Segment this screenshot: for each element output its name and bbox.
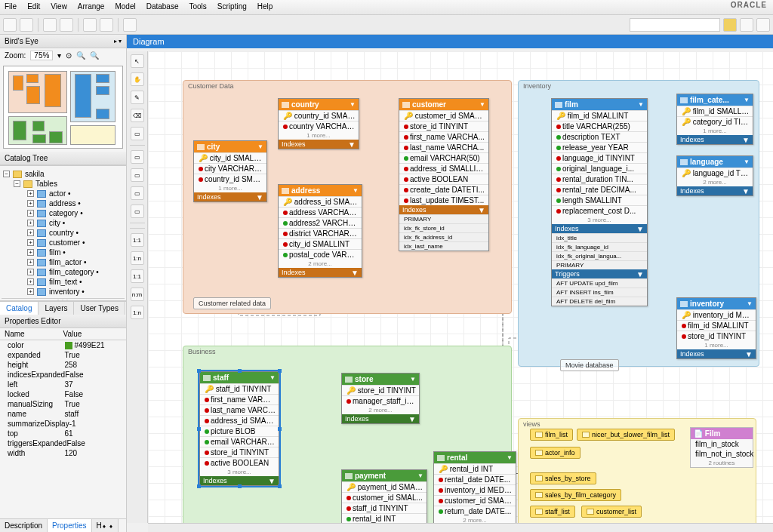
tree-item[interactable]: +film_actor •	[2, 257, 125, 267]
vtool-btn[interactable]: ↖	[131, 54, 144, 68]
tree-item[interactable]: +film_text •	[2, 277, 125, 287]
toolbar-btn-4[interactable]	[60, 18, 73, 32]
horizontal-scrollbar[interactable]	[148, 523, 773, 532]
selection-handle[interactable]	[238, 484, 242, 488]
vtool-btn[interactable]: ✋	[131, 72, 144, 86]
vtool-btn[interactable]: 1:1	[131, 233, 144, 247]
toolbar-btn-s3[interactable]	[756, 18, 770, 32]
zoom-in-icon[interactable]: 🔍	[76, 51, 85, 60]
selection-handle[interactable]	[197, 369, 201, 373]
toolbar-btn-5[interactable]	[83, 18, 97, 32]
vtool-btn[interactable]: ▭	[131, 127, 144, 140]
tree-item[interactable]: +inventory •	[2, 287, 125, 297]
tree-item[interactable]: +customer •	[2, 238, 125, 248]
vtool-btn[interactable]: ▭	[131, 150, 144, 164]
property-row[interactable]: summarizeDisplay-1	[0, 419, 126, 429]
property-row[interactable]: width120	[0, 448, 126, 458]
tree-item[interactable]: +actor •	[2, 189, 125, 198]
vtool-btn[interactable]: ▭	[131, 186, 144, 200]
tab-catalog[interactable]: Catalog	[0, 302, 38, 315]
zoom-value[interactable]: 75%	[30, 51, 53, 60]
btab-history[interactable]: H⬧ ⬧	[92, 519, 119, 532]
table-language[interactable]: language▼🔑 language_id TINY...2 more...I…	[676, 155, 753, 196]
table-rental[interactable]: rental▼🔑 rental_id INTrental_date DATE..…	[433, 451, 516, 523]
tab-layers[interactable]: Layers	[38, 302, 74, 315]
selection-handle[interactable]	[238, 369, 242, 373]
toolbar-btn-7[interactable]	[123, 18, 137, 32]
btab-properties[interactable]: Properties	[48, 519, 92, 532]
tree-item[interactable]: +address •	[2, 198, 125, 208]
property-row[interactable]: height258	[0, 360, 126, 370]
tree-item[interactable]: +city •	[2, 218, 125, 228]
zoom-dropdown-icon[interactable]: ▾	[57, 51, 61, 60]
menu-arrange[interactable]: Arrange	[78, 2, 105, 12]
btab-description[interactable]: Description	[0, 519, 48, 532]
table-country[interactable]: country▼🔑 country_id SMALLINTcountry VAR…	[278, 98, 359, 149]
menu-scripting[interactable]: Scripting	[217, 2, 247, 12]
tree-root[interactable]: −sakila	[2, 169, 125, 179]
property-row[interactable]: lockedFalse	[0, 389, 126, 399]
search-input[interactable]	[630, 18, 720, 32]
table-payment[interactable]: payment▼🔑 payment_id SMAL...customer_id …	[341, 469, 427, 523]
toolbar-btn-2[interactable]	[20, 18, 33, 32]
table-store[interactable]: store▼🔑 store_id TINYINTmanager_staff_id…	[341, 373, 420, 424]
tree-tables[interactable]: −Tables	[2, 179, 125, 189]
vtool-btn[interactable]: 1:n	[131, 306, 144, 319]
menu-tools[interactable]: Tools	[189, 2, 207, 12]
property-row[interactable]: top61	[0, 429, 126, 438]
diagram-canvas[interactable]: ⊢⊢⊢⊢⊢⊢⊢⊢⊢⊢⊢⊢⊢⊢⊢⊢ Customer DataCustomer r…	[148, 51, 773, 523]
tree-item[interactable]: +country •	[2, 228, 125, 238]
vtool-btn[interactable]: ▭	[131, 168, 144, 182]
tree-item[interactable]: +category •	[2, 208, 125, 218]
property-row[interactable]: namestaff	[0, 409, 126, 419]
menu-file[interactable]: File	[5, 2, 17, 12]
vtool-btn[interactable]: ⌫	[131, 109, 144, 122]
view-box[interactable]: sales_by_store	[530, 472, 596, 484]
catalog-tree[interactable]: −sakila −Tables +actor •+address •+categ…	[0, 165, 126, 301]
vtool-btn[interactable]: 1:1	[131, 269, 144, 283]
view-box[interactable]: actor_info	[530, 447, 581, 459]
menu-database[interactable]: Database	[146, 2, 179, 12]
toolbar-btn-1[interactable]	[3, 18, 17, 32]
selection-handle[interactable]	[278, 369, 282, 373]
view-box[interactable]: film_list	[530, 429, 573, 441]
tree-item[interactable]: +film •	[2, 248, 125, 257]
view-box[interactable]: sales_by_film_category	[530, 489, 621, 501]
menu-help[interactable]: Help	[257, 2, 273, 12]
region-caption[interactable]: Customer related data	[193, 297, 271, 309]
toolbar-btn-s2[interactable]	[740, 18, 753, 32]
toolbar-btn-3[interactable]	[43, 18, 57, 32]
property-row[interactable]: expandedTrue	[0, 350, 126, 360]
zoom-fit-icon[interactable]: ⊙	[66, 51, 72, 60]
table-staff[interactable]: staff▼🔑 staff_id TINYINTfirst_name VARCH…	[199, 371, 279, 486]
property-row[interactable]: triggersExpandedFalse	[0, 438, 126, 448]
routine-group[interactable]: 📄 Filmfilm_in_stockfilm_not_in_stock2 ro…	[690, 427, 753, 468]
table-film_category[interactable]: film_cate...▼🔑 film_id SMALLINT🔑 categor…	[676, 94, 753, 145]
selection-handle[interactable]	[197, 427, 201, 431]
selection-handle[interactable]	[278, 484, 282, 488]
view-box[interactable]: nicer_but_slower_film_list	[577, 429, 675, 441]
property-row[interactable]: left37	[0, 380, 126, 389]
view-box[interactable]: customer_list	[581, 506, 642, 518]
view-box[interactable]: staff_list	[530, 506, 575, 518]
property-row[interactable]: indicesExpandedFalse	[0, 370, 126, 380]
region-caption[interactable]: Movie database	[560, 359, 619, 371]
birds-eye-minimap[interactable]	[3, 66, 123, 149]
menu-edit[interactable]: Edit	[27, 2, 40, 12]
selection-handle[interactable]	[278, 427, 282, 431]
panel-chevron-icon[interactable]: ▸ ▾	[114, 38, 122, 45]
selection-handle[interactable]	[197, 484, 201, 488]
table-customer[interactable]: customer▼🔑 customer_id SMALLI...store_id…	[399, 98, 489, 251]
vtool-btn[interactable]: n:m	[131, 288, 144, 301]
menu-model[interactable]: Model	[115, 2, 135, 12]
vtool-btn[interactable]: ▭	[131, 204, 144, 218]
tab-user-types[interactable]: User Types	[74, 302, 125, 315]
table-film[interactable]: film▼🔑 film_id SMALLINTtitle VARCHAR(255…	[551, 98, 648, 306]
table-inventory[interactable]: inventory▼🔑 inventory_id MEDI...film_id …	[676, 297, 756, 359]
vtool-btn[interactable]: ✎	[131, 91, 144, 104]
property-row[interactable]: manualSizingTrue	[0, 399, 126, 409]
search-icon[interactable]	[723, 18, 737, 32]
property-row[interactable]: color#499E21	[0, 340, 126, 350]
toolbar-btn-6[interactable]	[100, 18, 113, 32]
vtool-btn[interactable]: 1:n	[131, 251, 144, 265]
